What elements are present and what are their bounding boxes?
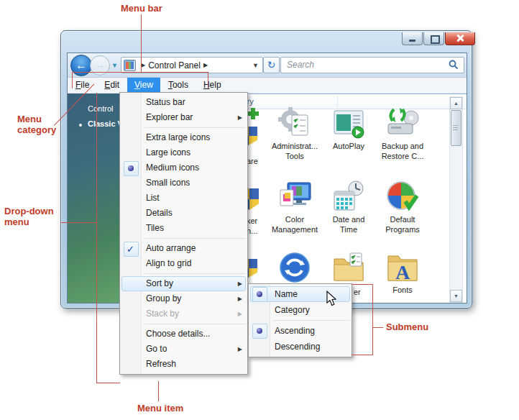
menu-bar-callout-line <box>141 14 142 72</box>
color-management-icon <box>277 180 312 214</box>
submenu-item-ascending[interactable]: Ascending <box>249 323 352 339</box>
menu-edit[interactable]: Edit <box>97 78 127 93</box>
menu-view[interactable]: View <box>127 78 160 93</box>
truncated-label: ker <box>247 216 257 225</box>
sidebar-link-classic-view[interactable]: Classic V <box>88 119 120 128</box>
radio-selected-icon <box>124 161 139 176</box>
menu-item-explorer-bar[interactable]: Explorer bar▶ <box>120 110 247 125</box>
menu-item-sort-by[interactable]: Sort by▶ <box>120 276 247 291</box>
search-box[interactable]: Search <box>280 57 464 73</box>
annotation-menu-category: Menu category <box>17 114 62 135</box>
tile-label: Default <box>372 214 433 224</box>
ease-of-access-icon <box>277 250 312 285</box>
view-dropdown-menu: Status bar Explorer bar▶ Extra large ico… <box>119 92 248 375</box>
menu-item-status-bar[interactable]: Status bar <box>120 95 247 110</box>
truncated-label: are <box>247 157 258 165</box>
menu-separator <box>273 320 350 321</box>
menu-item-large-icons[interactable]: Large icons <box>120 145 247 160</box>
sidebar-link-control-panel-home[interactable]: Control <box>88 104 113 113</box>
tile-fonts[interactable]: A Fonts <box>372 250 433 295</box>
menu-tools[interactable]: Tools <box>161 78 196 93</box>
maximize-icon <box>431 35 440 44</box>
screenshot-canvas: ← → ▼ ▶ Control Panel ▶ ▼ ↻ Search <box>0 0 519 420</box>
radio-selected-icon <box>252 287 267 302</box>
default-programs-icon <box>385 180 420 214</box>
close-icon <box>456 35 464 42</box>
column-separator[interactable] <box>337 96 338 107</box>
menu-item-details[interactable]: Details <box>120 206 247 221</box>
tile-label: Management <box>265 224 325 234</box>
tile-label: Time <box>318 224 379 234</box>
menu-item-stack-by: Stack by▶ <box>120 306 247 321</box>
caption-buttons <box>401 32 475 45</box>
minimize-button[interactable] <box>402 32 423 45</box>
breadcrumb[interactable]: Control Panel <box>148 60 201 70</box>
menu-item-list[interactable]: List <box>120 191 247 206</box>
mouse-cursor <box>326 291 337 306</box>
backup-restore-icon <box>385 106 420 141</box>
search-icon[interactable] <box>449 60 459 70</box>
maximize-button[interactable] <box>423 32 444 45</box>
tile-ease-of-access[interactable] <box>265 250 325 285</box>
drop-down-callout-line <box>96 383 120 383</box>
annotation-menu-item: Menu item <box>137 403 183 414</box>
control-panel-icon <box>124 60 136 71</box>
scroll-down-icon[interactable]: ▼ <box>450 290 462 302</box>
tile-color-management[interactable]: Color Management <box>265 180 325 234</box>
truncated-label: n... <box>247 227 257 235</box>
address-dropdown-icon[interactable]: ▼ <box>252 62 259 69</box>
annotation-menu-bar: Menu bar <box>121 3 162 14</box>
menu-highlight <box>121 276 246 291</box>
tile-administrative-tools[interactable]: Administrat... Tools <box>265 106 325 161</box>
menu-separator <box>144 273 246 274</box>
menu-item-tiles[interactable]: Tiles <box>120 221 247 236</box>
annotation-submenu: Submenu <box>386 321 428 332</box>
tile-backup-restore[interactable]: Backup and Restore C... <box>372 106 433 161</box>
address-bar[interactable]: ▶ Control Panel ▶ ▼ <box>121 57 263 73</box>
recent-pages-dropdown-icon[interactable]: ▼ <box>111 62 118 69</box>
back-button[interactable]: ← <box>70 55 92 76</box>
menu-item-go-to[interactable]: Go to▶ <box>120 342 247 357</box>
submenu-arrow-icon: ▶ <box>238 291 242 306</box>
menu-bar-bracket-tick <box>72 72 73 88</box>
fonts-icon: A <box>385 250 420 285</box>
tile-folder-options[interactable] <box>318 250 379 285</box>
add-hardware-icon-fragment <box>247 108 259 119</box>
menu-help[interactable]: Help <box>196 78 229 93</box>
menu-separator <box>144 324 246 324</box>
tile-label: AutoPlay <box>318 141 379 151</box>
tile-label: Restore C... <box>372 151 433 161</box>
scroll-up-icon[interactable]: ▲ <box>450 97 462 109</box>
menu-separator <box>144 238 246 239</box>
submenu-arrow-icon: ▶ <box>238 110 242 125</box>
submenu-callout-line <box>373 327 383 328</box>
menu-item-align-to-grid[interactable]: Align to grid <box>120 256 247 271</box>
sidebar: Control Classic V <box>68 93 120 303</box>
refresh-button[interactable]: ↻ <box>263 57 280 73</box>
submenu-arrow-icon: ▶ <box>238 306 242 321</box>
menu-item-extra-large-icons[interactable]: Extra large icons <box>120 130 247 145</box>
tile-autoplay[interactable]: AutoPlay <box>318 106 379 151</box>
checkmark-icon: ✓ <box>124 242 139 257</box>
tile-default-programs[interactable]: Default Programs <box>372 180 433 234</box>
navigation-toolbar: ← → ▼ ▶ Control Panel ▶ ▼ ↻ Search <box>68 53 467 78</box>
menu-bar-bracket-tick <box>208 72 208 88</box>
breadcrumb-arrow-icon[interactable]: ▶ <box>203 62 208 68</box>
menu-item-auto-arrange[interactable]: ✓Auto arrange <box>120 241 247 256</box>
tile-date-time[interactable]: Date and Time <box>318 180 379 234</box>
scrollbar-thumb[interactable] <box>451 110 461 146</box>
tile-label: Tools <box>265 151 325 161</box>
submenu-bracket-tick <box>352 284 373 285</box>
menu-item-refresh[interactable]: Refresh <box>120 357 247 372</box>
autoplay-icon <box>331 106 366 141</box>
drop-down-callout-line <box>96 93 97 383</box>
close-button[interactable] <box>445 32 475 45</box>
submenu-item-descending[interactable]: Descending <box>249 339 352 355</box>
menu-item-choose-details[interactable]: Choose details... <box>120 327 247 342</box>
vertical-scrollbar[interactable]: ▲ ▼ <box>449 96 463 303</box>
menu-item-group-by[interactable]: Group by▶ <box>120 291 247 306</box>
menu-item-medium-icons[interactable]: Medium icons <box>120 160 247 175</box>
tile-label: Color <box>265 214 325 224</box>
thumb-grip <box>453 125 458 131</box>
menu-item-small-icons[interactable]: Small icons <box>120 175 247 191</box>
